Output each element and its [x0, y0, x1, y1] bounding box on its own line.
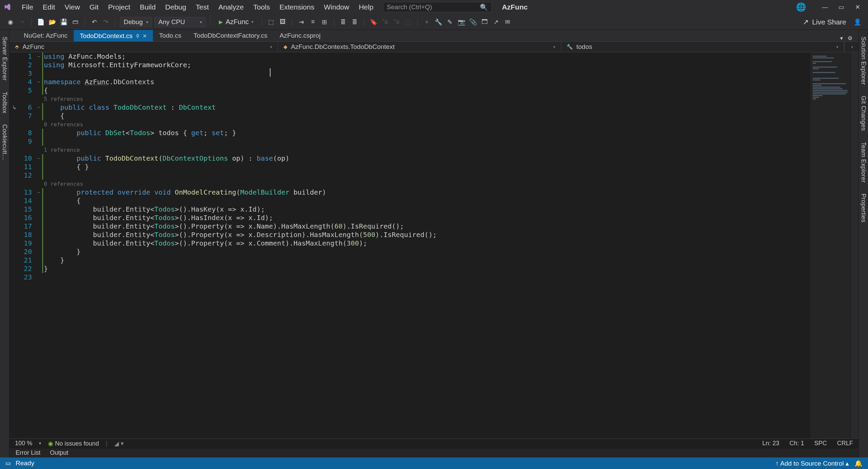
forward-button[interactable]: →	[18, 18, 27, 26]
code-line[interactable]: public TodoDbContext(DbContextOptions op…	[42, 154, 810, 163]
char-indicator[interactable]: Ch: 1	[789, 440, 804, 447]
toolbar-icon-13[interactable]: ✎	[446, 18, 454, 26]
toolbar-icon-1[interactable]: ⬚	[267, 18, 276, 26]
platform-combo[interactable]: Any CPU▾	[155, 17, 206, 27]
menu-tools[interactable]: Tools	[248, 1, 275, 13]
toolbar-icon-10[interactable]: ⬚	[404, 18, 413, 26]
code-line[interactable]: using AzFunc.Models;	[42, 52, 810, 61]
add-source-control-button[interactable]: ↑ Add to Source Control ▴	[776, 459, 849, 467]
code-line[interactable]: builder.Entity<Todos>().Property(x => x.…	[42, 231, 810, 239]
toolbar-icon-5[interactable]: ⊞	[320, 18, 329, 26]
code-line[interactable]: builder.Entity<Todos>().Property(x => x.…	[42, 239, 810, 248]
save-all-button[interactable]: 🗃	[71, 18, 80, 26]
fold-toggle[interactable]: −	[35, 52, 42, 61]
code-line[interactable]	[42, 273, 810, 282]
code-line[interactable]: public DbSet<Todos> todos { get; set; }	[42, 129, 810, 137]
toolbar-icon-11[interactable]: ●	[422, 18, 431, 26]
menu-help[interactable]: Help	[354, 1, 378, 13]
pin-icon[interactable]: ⚲	[136, 33, 139, 39]
code-line[interactable]: public class TodoDbContext : DbContext	[42, 103, 810, 112]
code-line[interactable]: protected override void OnModelCreating(…	[42, 188, 810, 197]
code-line[interactable]: {	[42, 86, 810, 95]
strip-solution-explorer[interactable]: Solution Explorer	[859, 35, 868, 87]
menu-analyze[interactable]: Analyze	[213, 1, 248, 13]
tooltab-output[interactable]: Output	[50, 449, 68, 456]
menu-git[interactable]: Git	[85, 1, 103, 13]
codelens[interactable]: 5 references	[42, 95, 810, 103]
strip-server-explorer[interactable]: Server Explorer	[0, 35, 9, 83]
code-line[interactable]: { }	[42, 163, 810, 171]
save-button[interactable]: 💾	[59, 18, 68, 26]
toolbar-icon-18[interactable]: ✉	[503, 18, 512, 26]
toolbar-icon-4[interactable]: ≡	[309, 18, 317, 26]
nav-project-combo[interactable]: ⬘ AzFunc ▾	[10, 42, 278, 52]
minimap[interactable]	[810, 52, 850, 438]
toolbar-icon-17[interactable]: ↗	[492, 18, 501, 26]
new-item-button[interactable]: 📄	[36, 18, 45, 26]
strip-cookiecutt-[interactable]: Cookiecutt…	[0, 122, 9, 162]
tab-tododbcontextfactory-cs[interactable]: TodoDbContextFactory.cs	[188, 30, 274, 41]
menu-build[interactable]: Build	[135, 1, 160, 13]
toolbar-icon-3[interactable]: ⇥	[297, 18, 306, 26]
menu-debug[interactable]: Debug	[160, 1, 191, 13]
tab-todo-cs[interactable]: Todo.cs	[153, 30, 187, 41]
notifications-icon[interactable]: 🔔	[854, 459, 863, 467]
menu-project[interactable]: Project	[103, 1, 135, 13]
tab-overflow-button[interactable]: ▾	[840, 35, 843, 41]
redo-button[interactable]: ↷	[101, 18, 110, 26]
fold-toggle[interactable]: −	[35, 188, 42, 197]
tooltab-error-list[interactable]: Error List	[16, 449, 40, 456]
undo-button[interactable]: ↶	[90, 18, 99, 26]
issues-indicator[interactable]: ◉ No issues found	[48, 440, 99, 447]
codelens[interactable]: 0 references	[42, 180, 810, 188]
toolbar-icon-16[interactable]: 🗖	[480, 18, 489, 26]
config-combo[interactable]: Debug▾	[120, 17, 152, 27]
code-line[interactable]: {	[42, 112, 810, 120]
code-line[interactable]: namespace AzFunc.DbContexts	[42, 78, 810, 86]
strip-git-changes[interactable]: Git Changes	[859, 94, 868, 133]
code-line[interactable]: builder.Entity<Todos>().HasIndex(x => x.…	[42, 214, 810, 222]
back-button[interactable]: ◉	[6, 18, 15, 26]
toolbar-icon-6[interactable]: ≣	[339, 18, 348, 26]
nav-member-combo[interactable]: 🔧 todos ▾	[561, 42, 844, 52]
code-line[interactable]: }	[42, 248, 810, 256]
menu-extensions[interactable]: Extensions	[275, 1, 319, 13]
zoom-chevron-icon[interactable]: ▾	[39, 441, 41, 446]
toolbar-icon-12[interactable]: 🔧	[434, 18, 443, 26]
tab-settings-icon[interactable]: ⚙	[848, 35, 852, 41]
code-line[interactable]	[42, 171, 810, 180]
code-line[interactable]: }	[42, 256, 810, 265]
menu-view[interactable]: View	[60, 1, 85, 13]
nav-chevron-icon[interactable]: ◢ ▾	[114, 440, 124, 447]
code-line[interactable]	[42, 69, 810, 78]
code-line[interactable]: }	[42, 265, 810, 273]
toolbar-icon-2[interactable]: 🖼	[278, 18, 287, 26]
code-line[interactable]: {	[42, 197, 810, 205]
line-indicator[interactable]: Ln: 23	[762, 440, 779, 447]
maximize-button[interactable]: ▭	[833, 1, 849, 13]
menu-edit[interactable]: Edit	[38, 1, 60, 13]
tab-nuget-azfunc[interactable]: NuGet: AzFunc	[18, 30, 74, 41]
toolbar-icon-15[interactable]: 📎	[469, 18, 478, 26]
start-button[interactable]: ▶ AzFunc ▾	[215, 17, 257, 27]
fold-toggle[interactable]: −	[35, 78, 42, 86]
implements-icon[interactable]: ↳	[10, 103, 19, 112]
menu-window[interactable]: Window	[319, 1, 354, 13]
codelens[interactable]: 0 references	[42, 120, 810, 129]
fold-toggle[interactable]: −	[35, 154, 42, 163]
nav-type-combo[interactable]: ◆ AzFunc.DbContexts.TodoDbContext ▾	[278, 42, 561, 52]
live-share-button[interactable]: ↗ Live Share	[799, 18, 850, 26]
codelens[interactable]: 1 reference	[42, 146, 810, 154]
split-editor-button[interactable]: ⫞	[844, 42, 858, 52]
close-tab-icon[interactable]: ✕	[143, 33, 147, 39]
tab-tododbcontext-cs[interactable]: TodoDbContext.cs⚲✕	[74, 30, 153, 41]
zoom-level[interactable]: 100 %	[15, 440, 32, 447]
code-line[interactable]: builder.Entity<Todos>().HasKey(x => x.Id…	[42, 205, 810, 214]
code-line[interactable]: using Microsoft.EntityFrameworkCore;	[42, 61, 810, 69]
open-button[interactable]: 📂	[48, 18, 57, 26]
vertical-scrollbar[interactable]	[850, 52, 858, 438]
search-box[interactable]: Search (Ctrl+Q) 🔍	[383, 2, 492, 12]
menu-file[interactable]: File	[17, 1, 38, 13]
strip-properties[interactable]: Properties	[859, 192, 868, 224]
eol-indicator[interactable]: CRLF	[837, 440, 853, 447]
